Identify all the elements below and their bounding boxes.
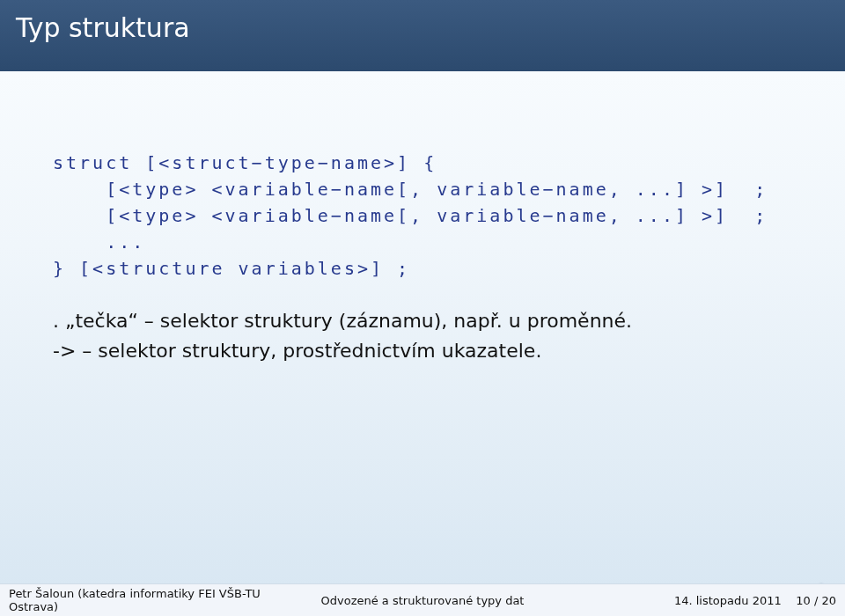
code-line: [<type> <variable−name[, variable−name, … [53, 205, 768, 226]
code-line: [<type> <variable−name[, variable−name, … [53, 179, 768, 200]
slide: Typ struktura struct [<struct−type−name>… [0, 0, 845, 616]
page-title: Typ struktura [16, 12, 190, 43]
footer: Petr Šaloun (katedra informatiky FEI VŠB… [0, 583, 845, 616]
footer-right: 14. listopadu 2011 10 / 20 [561, 594, 836, 607]
body-line: -> – selektor struktury, prostřednictvím… [53, 336, 792, 366]
body-line: . „tečka“ – selektor struktury (záznamu)… [53, 306, 792, 336]
content-area: struct [<struct−type−name>] { [<type> <v… [53, 150, 792, 366]
code-line: } [<structure variables>] ; [53, 258, 410, 279]
footer-author: Petr Šaloun (katedra informatiky FEI VŠB… [9, 587, 284, 613]
code-line: struct [<struct−type−name>] { [53, 152, 437, 173]
title-bar: Typ struktura [0, 0, 845, 71]
footer-page: 10 / 20 [796, 594, 836, 607]
body-text: . „tečka“ – selektor struktury (záznamu)… [53, 306, 792, 366]
code-block: struct [<struct−type−name>] { [<type> <v… [53, 150, 792, 282]
code-line: ... [53, 231, 145, 253]
footer-date: 14. listopadu 2011 [674, 594, 782, 607]
footer-title: Odvozené a strukturované typy dat [284, 594, 560, 607]
